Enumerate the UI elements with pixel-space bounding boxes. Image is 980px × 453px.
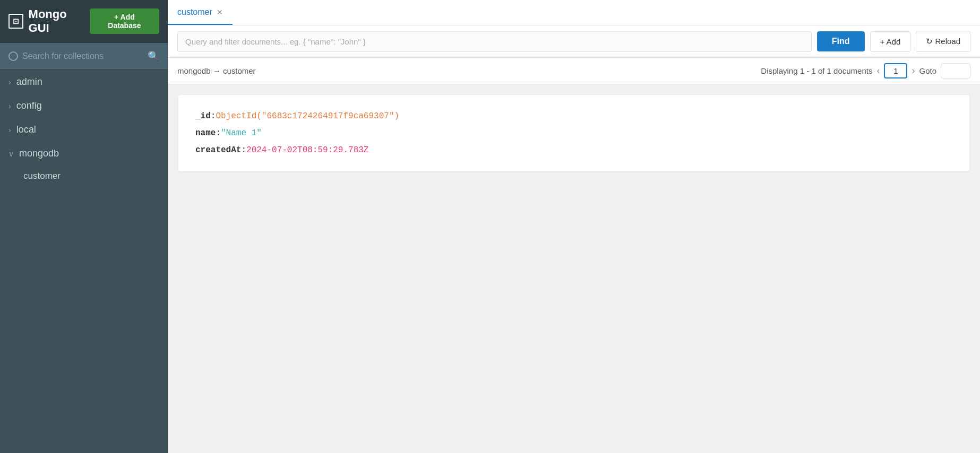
page-number-input[interactable] — [884, 63, 907, 79]
sidebar-item-mongodb[interactable]: ∨ mongodb — [0, 142, 168, 165]
document-area: _id:ObjectId("6683c1724264917f9ca69307")… — [168, 84, 980, 453]
breadcrumb-collection: customer — [223, 66, 256, 75]
db-name-mongodb: mongodb — [19, 148, 59, 159]
breadcrumb-arrow: → — [213, 66, 223, 75]
document-field-id: _id:ObjectId("6683c1724264917f9ca69307") — [195, 108, 952, 125]
document-field-createdat: createdAt:2024-07-02T08:59:29.783Z — [195, 142, 952, 159]
sidebar-item-customer[interactable]: customer — [0, 165, 168, 187]
search-icon: 🔍 — [148, 50, 159, 62]
chevron-down-icon: ∨ — [8, 150, 14, 158]
add-database-button[interactable]: + Add Database — [90, 8, 159, 34]
goto-label: Goto — [919, 66, 936, 75]
sidebar-item-admin[interactable]: › admin — [0, 70, 168, 94]
document-field-name: name:"Name 1" — [195, 125, 952, 142]
goto-input[interactable] — [941, 63, 970, 79]
db-name-config: config — [16, 100, 42, 111]
database-list: › admin › config › local ∨ mongodb custo… — [0, 70, 168, 187]
toolbar: Find + Add ↻ Reload — [168, 25, 980, 58]
db-name-local: local — [16, 124, 36, 135]
logo-icon: ⊡ — [8, 14, 23, 29]
loading-spinner-icon — [8, 51, 18, 61]
pagination: Displaying 1 - 1 of 1 documents ‹ › Goto — [761, 63, 970, 79]
find-button[interactable]: Find — [817, 31, 865, 51]
app-title: Mongo GUI — [29, 7, 90, 35]
tab-customer[interactable]: customer ✕ — [168, 0, 233, 25]
sidebar-item-local[interactable]: › local — [0, 118, 168, 142]
sidebar: ⊡ Mongo GUI + Add Database 🔍 › admin › c… — [0, 0, 168, 453]
breadcrumb-bar: mongodb → customer Displaying 1 - 1 of 1… — [168, 58, 980, 84]
logo-area: ⊡ Mongo GUI — [8, 7, 90, 35]
db-name-admin: admin — [16, 76, 42, 88]
search-bar: 🔍 — [0, 43, 168, 70]
prev-page-button[interactable]: ‹ — [876, 65, 880, 76]
chevron-right-icon: › — [8, 78, 11, 86]
chevron-right-icon: › — [8, 102, 11, 110]
query-input[interactable] — [177, 31, 812, 52]
tab-bar: customer ✕ — [168, 0, 980, 25]
pagination-display-text: Displaying 1 - 1 of 1 documents — [761, 66, 872, 75]
sidebar-item-config[interactable]: › config — [0, 94, 168, 118]
tab-label-customer: customer — [177, 7, 212, 17]
chevron-right-icon: › — [8, 126, 11, 134]
reload-button[interactable]: ↻ Reload — [916, 31, 970, 52]
document-card: _id:ObjectId("6683c1724264917f9ca69307")… — [178, 95, 969, 171]
breadcrumb-db: mongodb — [177, 66, 211, 75]
main-content: customer ✕ Find + Add ↻ Reload mongodb →… — [168, 0, 980, 453]
search-input[interactable] — [22, 51, 143, 61]
sidebar-header: ⊡ Mongo GUI + Add Database — [0, 0, 168, 43]
add-document-button[interactable]: + Add — [870, 31, 911, 52]
next-page-button[interactable]: › — [912, 65, 915, 76]
collection-name-customer: customer — [23, 171, 61, 181]
breadcrumb: mongodb → customer — [177, 66, 256, 75]
tab-close-customer[interactable]: ✕ — [217, 8, 223, 16]
